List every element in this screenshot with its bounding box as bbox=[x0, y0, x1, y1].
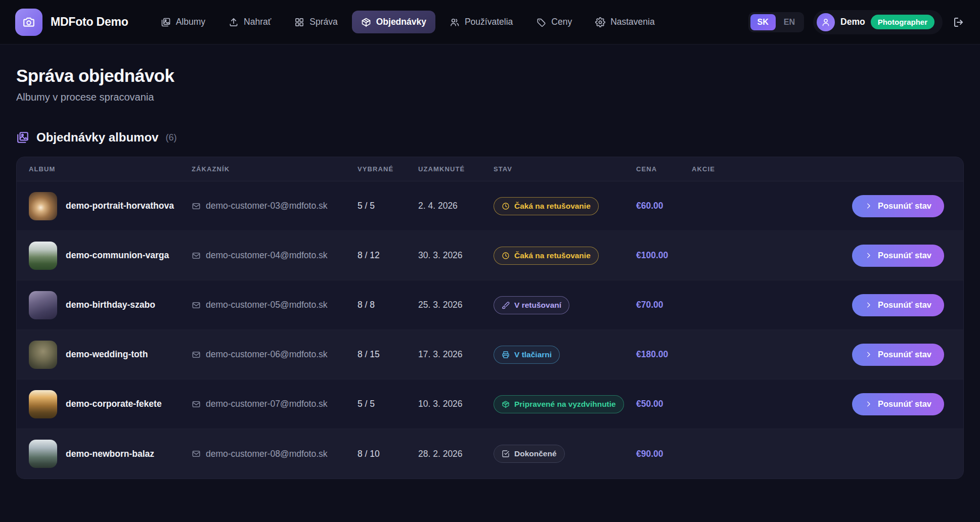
customer-email: demo-customer-04@mdfoto.sk bbox=[206, 250, 328, 261]
customer-cell: demo-customer-06@mdfoto.sk bbox=[192, 349, 358, 360]
clock-icon bbox=[502, 252, 510, 260]
price: €90.00 bbox=[636, 449, 692, 459]
advance-status-button[interactable]: Posunúť stav bbox=[852, 294, 944, 316]
users-icon bbox=[450, 17, 460, 27]
customer-cell: demo-customer-03@mdfoto.sk bbox=[192, 201, 358, 211]
lang-button-sk[interactable]: SK bbox=[750, 14, 776, 30]
action-cell: Posunúť stav bbox=[692, 344, 951, 366]
images-icon bbox=[16, 131, 29, 144]
nav-item-albumy[interactable]: Albumy bbox=[152, 11, 214, 33]
language-toggle: SK EN bbox=[748, 12, 804, 32]
customer-cell: demo-customer-05@mdfoto.sk bbox=[192, 300, 358, 310]
nav-item-pou-vatelia[interactable]: Používatelia bbox=[440, 11, 522, 33]
column-header-stav: Stav bbox=[494, 165, 636, 173]
grid-icon bbox=[294, 17, 304, 27]
album-cell: demo-corporate-fekete bbox=[29, 390, 192, 418]
album-cell: demo-portrait-horvathova bbox=[29, 192, 192, 220]
logout-icon bbox=[953, 16, 965, 28]
selected-count: 8 / 15 bbox=[358, 349, 418, 360]
album-thumbnail bbox=[29, 291, 57, 319]
locked-date: 2. 4. 2026 bbox=[418, 201, 494, 211]
album-thumbnail bbox=[29, 440, 57, 468]
customer-email: demo-customer-03@mdfoto.sk bbox=[206, 201, 328, 211]
selected-count: 8 / 8 bbox=[358, 300, 418, 310]
nav-item-ceny[interactable]: Ceny bbox=[527, 11, 581, 33]
album-thumbnail bbox=[29, 242, 57, 270]
action-cell: Posunúť stav bbox=[692, 245, 951, 267]
nav-item-nastavenia[interactable]: Nastavenia bbox=[586, 11, 664, 33]
advance-status-button[interactable]: Posunúť stav bbox=[852, 393, 944, 415]
status-cell: V tlačiarni bbox=[494, 346, 636, 364]
chevron-right-icon bbox=[865, 400, 872, 408]
table-row: demo-newborn-balaz demo-customer-08@mdfo… bbox=[17, 429, 963, 479]
table-row: demo-corporate-fekete demo-customer-07@m… bbox=[17, 379, 963, 429]
lang-button-en[interactable]: EN bbox=[777, 14, 802, 30]
envelope-icon bbox=[192, 301, 201, 310]
table-row: demo-wedding-toth demo-customer-06@mdfot… bbox=[17, 330, 963, 379]
user-menu[interactable]: Demo Photographer bbox=[813, 10, 943, 34]
logout-button[interactable] bbox=[953, 16, 965, 28]
envelope-icon bbox=[192, 350, 201, 359]
album-cell: demo-newborn-balaz bbox=[29, 440, 192, 468]
customer-cell: demo-customer-08@mdfoto.sk bbox=[192, 449, 358, 459]
action-cell: Posunúť stav bbox=[692, 393, 951, 415]
price: €70.00 bbox=[636, 300, 692, 310]
album-name: demo-portrait-horvathova bbox=[66, 201, 174, 211]
nav-item-spr-va[interactable]: Správa bbox=[285, 11, 346, 33]
avatar bbox=[817, 13, 835, 31]
selected-count: 8 / 12 bbox=[358, 250, 418, 261]
album-name: demo-corporate-fekete bbox=[66, 399, 162, 409]
status-cell: Dokončené bbox=[494, 445, 636, 463]
album-name: demo-newborn-balaz bbox=[66, 449, 154, 459]
table-row: demo-portrait-horvathova demo-customer-0… bbox=[17, 181, 963, 231]
action-cell: Posunúť stav bbox=[692, 195, 951, 217]
customer-cell: demo-customer-04@mdfoto.sk bbox=[192, 250, 358, 261]
main-content: Správa objednávok Albumy v procese sprac… bbox=[0, 44, 980, 479]
upload-icon bbox=[229, 17, 239, 27]
album-thumbnail bbox=[29, 390, 57, 418]
status-badge: V retušovaní bbox=[494, 296, 569, 314]
column-header-album: Album bbox=[29, 165, 192, 173]
status-cell: V retušovaní bbox=[494, 296, 636, 314]
check-square-icon bbox=[502, 450, 510, 458]
app-logo bbox=[15, 9, 42, 36]
advance-status-button[interactable]: Posunúť stav bbox=[852, 245, 944, 267]
status-cell: Čaká na retušovanie bbox=[494, 197, 636, 215]
brush-icon bbox=[502, 301, 510, 309]
album-cell: demo-birthday-szabo bbox=[29, 291, 192, 319]
locked-date: 10. 3. 2026 bbox=[418, 399, 494, 409]
locked-date: 17. 3. 2026 bbox=[418, 349, 494, 360]
envelope-icon bbox=[192, 449, 201, 458]
printer-icon bbox=[502, 351, 510, 359]
price: €180.00 bbox=[636, 349, 692, 360]
table-body: demo-portrait-horvathova demo-customer-0… bbox=[17, 181, 963, 479]
album-thumbnail bbox=[29, 341, 57, 369]
advance-status-button[interactable]: Posunúť stav bbox=[852, 344, 944, 366]
table-header-row: Album Zákazník Vybrané Uzamknuté Stav Ce… bbox=[17, 157, 963, 181]
nav-item-objedn-vky[interactable]: Objednávky bbox=[352, 11, 435, 33]
table-row: demo-birthday-szabo demo-customer-05@mdf… bbox=[17, 280, 963, 330]
envelope-icon bbox=[192, 251, 201, 260]
status-badge: Dokončené bbox=[494, 445, 565, 463]
chevron-right-icon bbox=[865, 202, 872, 210]
album-cell: demo-wedding-toth bbox=[29, 341, 192, 369]
customer-cell: demo-customer-07@mdfoto.sk bbox=[192, 399, 358, 409]
album-thumbnail bbox=[29, 192, 57, 220]
column-header-zakaznik: Zákazník bbox=[192, 165, 358, 173]
column-header-cena: Cena bbox=[636, 165, 692, 173]
orders-table: Album Zákazník Vybrané Uzamknuté Stav Ce… bbox=[16, 157, 964, 479]
brand-title: MDFoto Demo bbox=[51, 15, 128, 29]
customer-email: demo-customer-06@mdfoto.sk bbox=[206, 349, 328, 360]
customer-email: demo-customer-05@mdfoto.sk bbox=[206, 300, 328, 310]
advance-status-button[interactable]: Posunúť stav bbox=[852, 195, 944, 217]
status-badge: Pripravené na vyzdvihnutie bbox=[494, 395, 624, 413]
album-name: demo-communion-varga bbox=[66, 250, 169, 261]
column-header-vybrane: Vybrané bbox=[358, 165, 418, 173]
nav-item-nahra-[interactable]: Nahrať bbox=[219, 11, 280, 33]
customer-email: demo-customer-08@mdfoto.sk bbox=[206, 449, 328, 459]
page-subtitle: Albumy v procese spracovania bbox=[16, 91, 964, 103]
tag-icon bbox=[536, 17, 546, 27]
envelope-icon bbox=[192, 400, 201, 409]
status-badge: V tlačiarni bbox=[494, 346, 560, 364]
status-badge: Čaká na retušovanie bbox=[494, 247, 599, 265]
